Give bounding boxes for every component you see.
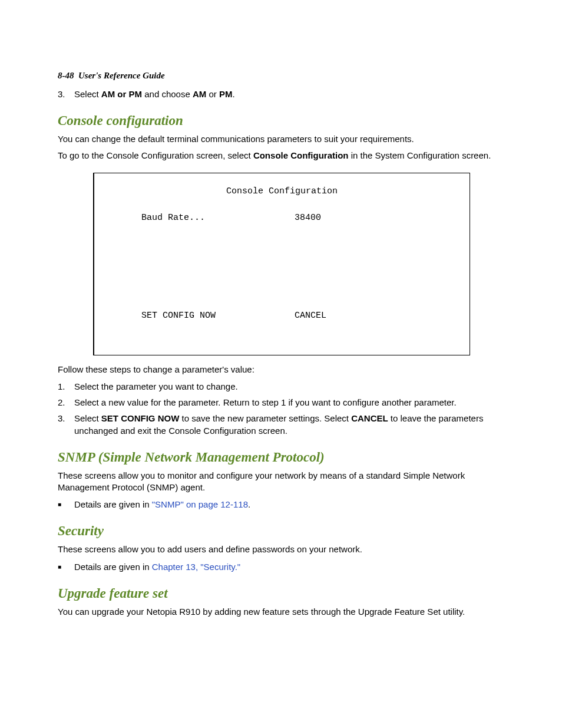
bullet-text: Details are given in "SNMP" on page 12-1…	[74, 498, 250, 510]
terminal-row: Baud Rate... 38400	[112, 213, 452, 223]
list-number: 3.	[58, 412, 74, 437]
link-security-chapter[interactable]: Chapter 13, "Security."	[152, 562, 240, 572]
bullet-text: Details are given in Chapter 13, "Securi…	[74, 561, 240, 573]
list-item: 2. Select a new value for the parameter.…	[58, 396, 504, 409]
heading-snmp: SNMP (Simple Network Management Protocol…	[58, 450, 504, 465]
steps-ordered-list: 1. Select the parameter you want to chan…	[58, 380, 504, 437]
list-item: 3. Select AM or PM and choose AM or PM.	[58, 88, 504, 100]
paragraph: These screens allow you to add users and…	[58, 543, 504, 555]
bullet-list: ■ Details are given in "SNMP" on page 12…	[58, 498, 504, 510]
bullet-item: ■ Details are given in "SNMP" on page 12…	[58, 498, 504, 510]
page-number: 8-48	[58, 71, 74, 80]
list-item: 1. Select the parameter you want to chan…	[58, 380, 504, 393]
list-text: Select SET CONFIG NOW to save the new pa…	[74, 412, 504, 437]
heading-console-configuration: Console configuration	[58, 113, 504, 129]
list-item: 3. Select SET CONFIG NOW to save the new…	[58, 412, 504, 437]
paragraph: To go to the Console Configuration scree…	[58, 150, 504, 162]
terminal-cancel: CANCEL	[295, 311, 326, 321]
list-number: 1.	[58, 380, 74, 393]
terminal-actions: SET CONFIG NOW CANCEL	[112, 311, 452, 321]
heading-upgrade-feature-set: Upgrade feature set	[58, 586, 504, 601]
list-number: 3.	[58, 88, 74, 100]
intro-ordered-list: 3. Select AM or PM and choose AM or PM.	[58, 88, 504, 100]
paragraph: You can upgrade your Netopia R910 by add…	[58, 606, 504, 618]
paragraph: You can change the default terminal comm…	[58, 133, 504, 145]
list-number: 2.	[58, 396, 74, 409]
terminal-set-config-now: SET CONFIG NOW	[112, 311, 295, 321]
terminal-field-value: 38400	[295, 213, 321, 223]
list-text: Select AM or PM and choose AM or PM.	[74, 88, 504, 100]
paragraph: Follow these steps to change a parameter…	[58, 364, 504, 375]
terminal-screenshot: Console Configuration Baud Rate... 38400…	[93, 173, 470, 355]
bullet-item: ■ Details are given in Chapter 13, "Secu…	[58, 561, 504, 573]
page: 8-48 User's Reference Guide 3. Select AM…	[0, 0, 562, 728]
list-text: Select the parameter you want to change.	[74, 380, 504, 393]
bullet-list: ■ Details are given in Chapter 13, "Secu…	[58, 561, 504, 573]
paragraph: These screens allow you to monitor and c…	[58, 470, 504, 494]
guide-title: User's Reference Guide	[78, 71, 165, 80]
terminal-field-label: Baud Rate...	[112, 213, 295, 223]
running-header: 8-48 User's Reference Guide	[58, 71, 504, 81]
square-bullet-icon: ■	[58, 561, 74, 573]
terminal-title: Console Configuration	[112, 186, 452, 196]
link-snmp-page[interactable]: "SNMP" on page 12-118	[152, 499, 248, 509]
square-bullet-icon: ■	[58, 498, 74, 510]
heading-security: Security	[58, 523, 504, 539]
list-text: Select a new value for the parameter. Re…	[74, 396, 504, 409]
